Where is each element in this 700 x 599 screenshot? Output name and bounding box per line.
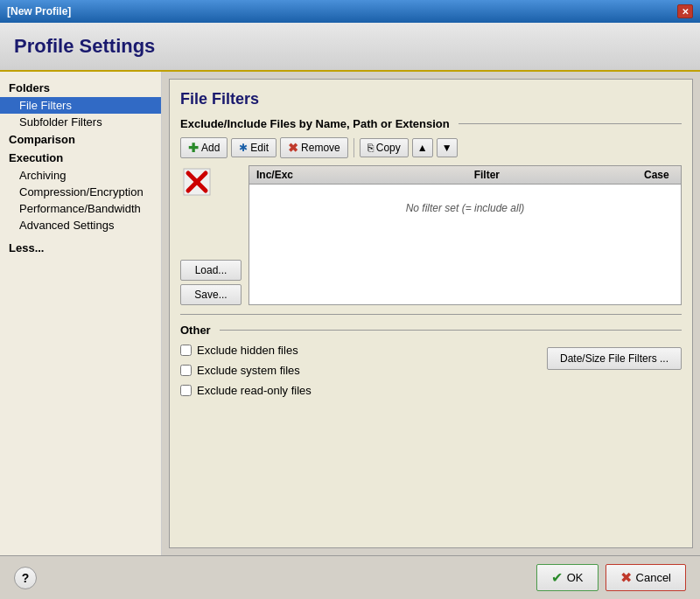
- sidebar-item-compression-encryption[interactable]: Compression/Encryption: [0, 184, 161, 200]
- exclude-system-label: Exclude system files: [197, 364, 300, 377]
- subsection-header: Exclude/Include Files by Name, Path or E…: [180, 117, 682, 130]
- content-area: File Filters Exclude/Include Files by Na…: [162, 72, 700, 555]
- main-layout: Folders File Filters Subfolder Filters C…: [0, 72, 700, 555]
- toolbar-separator: [354, 138, 354, 157]
- edit-button[interactable]: ✱ Edit: [231, 138, 276, 157]
- sidebar: Folders File Filters Subfolder Filters C…: [0, 72, 162, 555]
- checkboxes-col: Exclude hidden files Exclude system file…: [180, 344, 312, 400]
- sidebar-item-performance-bandwidth[interactable]: Performance/Bandwidth: [0, 200, 161, 217]
- edit-icon: ✱: [239, 142, 248, 154]
- other-section: Other Exclude hidden files Exclude syste…: [180, 314, 682, 400]
- help-button[interactable]: ?: [14, 567, 37, 589]
- add-icon: ✚: [188, 141, 199, 155]
- table-empty-row: No filter set (= include all): [249, 185, 681, 233]
- add-button[interactable]: ✚ Add: [180, 137, 228, 158]
- window-title: [New Profile]: [7, 5, 71, 17]
- exclude-hidden-row[interactable]: Exclude hidden files: [180, 344, 312, 357]
- sidebar-item-subfolder-filters[interactable]: Subfolder Filters: [0, 114, 161, 130]
- exclude-hidden-label: Exclude hidden files: [197, 344, 298, 357]
- move-down-button[interactable]: ▼: [437, 138, 458, 157]
- app-title: Profile Settings: [14, 35, 155, 58]
- col-header-incexc: Inc/Exc: [249, 166, 467, 185]
- sidebar-less[interactable]: Less...: [0, 239, 161, 257]
- exclude-system-row[interactable]: Exclude system files: [180, 364, 312, 377]
- title-bar: [New Profile] ✕: [0, 0, 700, 23]
- sidebar-item-file-filters[interactable]: File Filters: [0, 97, 161, 114]
- page-title: File Filters: [180, 90, 682, 108]
- save-button[interactable]: Save...: [180, 284, 242, 305]
- ok-icon: ✔: [551, 569, 563, 586]
- exclude-readonly-label: Exclude read-only files: [197, 384, 312, 397]
- copy-button[interactable]: ⎘ Copy: [360, 138, 409, 157]
- toolbar: ✚ Add ✱ Edit ✖ Remove ⎘ Copy ▲: [180, 137, 682, 158]
- col-header-filter: Filter: [467, 166, 637, 185]
- sidebar-group-comparison: Comparison: [0, 130, 161, 149]
- close-button[interactable]: ✕: [677, 4, 693, 18]
- exclude-system-checkbox[interactable]: [180, 365, 192, 376]
- load-button[interactable]: Load...: [180, 260, 242, 281]
- content-inner: File Filters Exclude/Include Files by Na…: [169, 79, 693, 548]
- cancel-icon: ✖: [620, 569, 632, 586]
- sidebar-item-archiving[interactable]: Archiving: [0, 167, 161, 184]
- filter-table-container: Inc/Exc Filter Case No filter set (= inc…: [248, 165, 682, 305]
- ok-button[interactable]: ✔ OK: [536, 564, 598, 591]
- copy-icon: ⎘: [368, 142, 374, 154]
- other-bottom: Exclude hidden files Exclude system file…: [180, 344, 682, 400]
- left-panel: Load... Save...: [180, 165, 242, 305]
- bottom-left: ?: [14, 567, 37, 589]
- remove-button[interactable]: ✖ Remove: [280, 137, 348, 158]
- sidebar-item-advanced-settings[interactable]: Advanced Settings: [0, 217, 161, 233]
- move-up-button[interactable]: ▲: [412, 138, 433, 157]
- exclude-readonly-row[interactable]: Exclude read-only files: [180, 384, 312, 397]
- app-header: Profile Settings: [0, 23, 700, 72]
- bottom-bar: ? ✔ OK ✖ Cancel: [0, 555, 700, 599]
- exclude-hidden-checkbox[interactable]: [180, 345, 192, 356]
- col-header-case: Case: [637, 166, 681, 185]
- exclude-readonly-checkbox[interactable]: [180, 385, 192, 396]
- other-header: Other: [180, 324, 682, 337]
- bottom-right: ✔ OK ✖ Cancel: [536, 564, 686, 591]
- cancel-button[interactable]: ✖ Cancel: [606, 564, 686, 591]
- filter-error-icon: [180, 165, 242, 201]
- sidebar-group-folders: Folders: [0, 79, 161, 97]
- date-size-filters-button[interactable]: Date/Size File Filters ...: [547, 347, 682, 370]
- filter-table: Inc/Exc Filter Case No filter set (= inc…: [249, 166, 681, 232]
- sidebar-group-execution: Execution: [0, 149, 161, 167]
- filter-and-buttons: Load... Save... Inc/Exc Filter Case: [180, 165, 682, 305]
- remove-icon: ✖: [288, 141, 298, 155]
